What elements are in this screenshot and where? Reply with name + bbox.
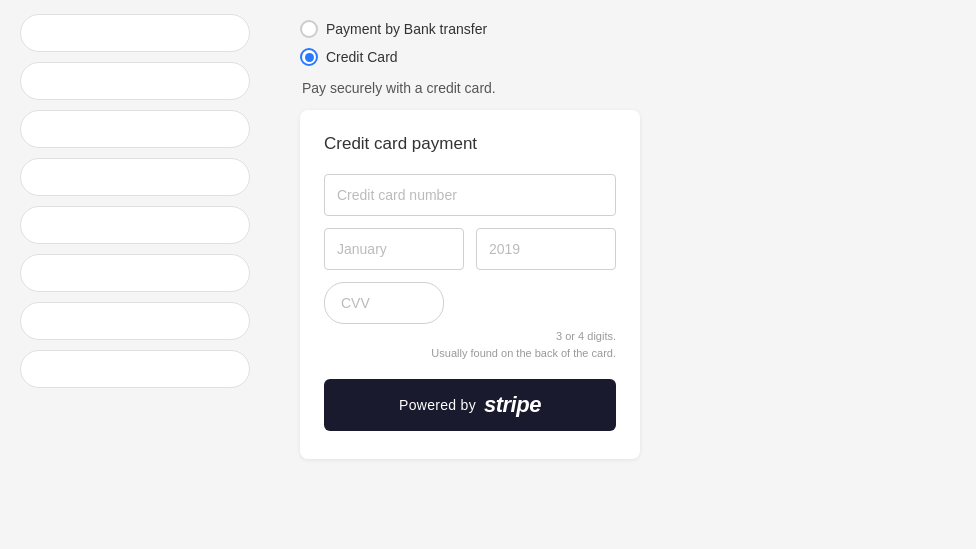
card-title: Credit card payment	[324, 134, 616, 154]
sidebar-item[interactable]	[20, 350, 250, 388]
credit-card-label: Credit Card	[326, 49, 398, 65]
credit-card-option[interactable]: Credit Card	[300, 48, 946, 66]
payment-options: Payment by Bank transfer Credit Card	[300, 20, 946, 66]
sidebar-item[interactable]	[20, 14, 250, 52]
sidebar-item[interactable]	[20, 206, 250, 244]
bank-transfer-label: Payment by Bank transfer	[326, 21, 487, 37]
bank-transfer-radio[interactable]	[300, 20, 318, 38]
main-content: Payment by Bank transfer Credit Card Pay…	[270, 0, 976, 549]
cvv-hint: 3 or 4 digits. Usually found on the back…	[324, 328, 616, 361]
sidebar-item[interactable]	[20, 158, 250, 196]
cvv-hint-line2: Usually found on the back of the card.	[431, 347, 616, 359]
card-fields: 3 or 4 digits. Usually found on the back…	[324, 174, 616, 431]
stripe-logo: stripe	[484, 392, 541, 418]
cvv-hint-line1: 3 or 4 digits.	[556, 330, 616, 342]
payment-subtitle: Pay securely with a credit card.	[300, 80, 946, 96]
sidebar-item[interactable]	[20, 110, 250, 148]
bank-transfer-option[interactable]: Payment by Bank transfer	[300, 20, 946, 38]
sidebar-item[interactable]	[20, 302, 250, 340]
cvv-row: 3 or 4 digits. Usually found on the back…	[324, 282, 616, 361]
credit-card-radio[interactable]	[300, 48, 318, 66]
year-input[interactable]	[476, 228, 616, 270]
stripe-pay-button[interactable]: Powered by stripe	[324, 379, 616, 431]
sidebar-item[interactable]	[20, 254, 250, 292]
month-input[interactable]	[324, 228, 464, 270]
credit-card-payment-card: Credit card payment 3 or 4 digits. Usual…	[300, 110, 640, 459]
cvv-input[interactable]	[324, 282, 444, 324]
card-number-input[interactable]	[324, 174, 616, 216]
sidebar	[0, 0, 270, 549]
powered-by-text: Powered by	[399, 397, 476, 413]
expiry-row	[324, 228, 616, 270]
sidebar-item[interactable]	[20, 62, 250, 100]
